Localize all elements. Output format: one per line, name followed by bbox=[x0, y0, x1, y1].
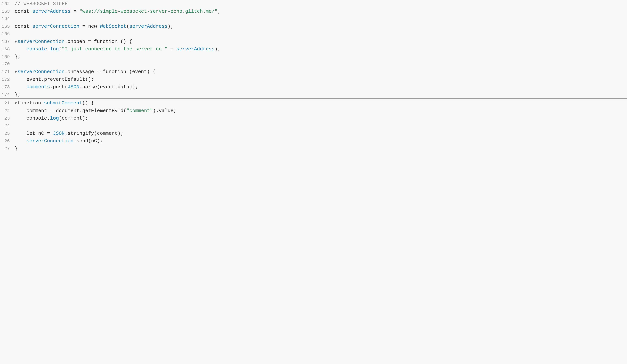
line-number: 163 bbox=[0, 8, 15, 15]
code-line: 23 console.log(comment); bbox=[0, 115, 627, 122]
line-content: event.preventDefault(); bbox=[15, 76, 94, 83]
code-line: 172 event.preventDefault(); bbox=[0, 76, 627, 83]
line-content: serverConnection.send(nC); bbox=[15, 137, 103, 145]
code-line: 173 comments.push(JSON.parse(event.data)… bbox=[0, 83, 627, 91]
fold-arrow-icon[interactable]: ▼ bbox=[15, 70, 17, 75]
line-number: 27 bbox=[0, 145, 15, 152]
line-content: ▼serverConnection.onopen = function () { bbox=[15, 38, 132, 46]
line-number: 21 bbox=[0, 100, 15, 107]
code-line: 26 serverConnection.send(nC); bbox=[0, 137, 627, 145]
code-line: 24 bbox=[0, 122, 627, 130]
code-line: 27} bbox=[0, 145, 627, 153]
line-number: 168 bbox=[0, 46, 15, 53]
line-content: ▼serverConnection.onmessage = function (… bbox=[15, 68, 156, 76]
code-line: 25 let nC = JSON.stringify(comment); bbox=[0, 130, 627, 137]
line-content: comments.push(JSON.parse(event.data)); bbox=[15, 83, 138, 91]
line-content: }; bbox=[15, 91, 21, 98]
editor-container: 162// WEBSOCKET STUFF163const serverAddr… bbox=[0, 0, 627, 364]
line-number: 24 bbox=[0, 122, 15, 129]
line-content: ▼function submitComment() { bbox=[15, 99, 94, 107]
code-line: 22 comment = document.getElementById("co… bbox=[0, 107, 627, 115]
line-content: let nC = JSON.stringify(comment); bbox=[15, 130, 123, 137]
fold-arrow-icon[interactable]: ▼ bbox=[15, 39, 17, 45]
code-line: 21▼function submitComment() { bbox=[0, 99, 627, 107]
code-line: 162// WEBSOCKET STUFF bbox=[0, 0, 627, 8]
code-line: 174}; bbox=[0, 91, 627, 98]
code-line: 171▼serverConnection.onmessage = functio… bbox=[0, 68, 627, 76]
line-number: 166 bbox=[0, 30, 15, 37]
code-line: 167▼serverConnection.onopen = function (… bbox=[0, 38, 627, 46]
fold-arrow-icon[interactable]: ▼ bbox=[15, 101, 17, 106]
code-line: 163const serverAddress = "wss://simple-w… bbox=[0, 8, 627, 15]
line-content: comment = document.getElementById("comme… bbox=[15, 107, 176, 115]
line-number: 26 bbox=[0, 137, 15, 144]
line-number: 25 bbox=[0, 130, 15, 137]
line-number: 162 bbox=[0, 0, 15, 7]
line-content: } bbox=[15, 145, 18, 153]
code-line: 170 bbox=[0, 60, 627, 68]
code-line: 169}; bbox=[0, 53, 627, 61]
line-content: }; bbox=[15, 53, 21, 61]
code-line: 165const serverConnection = new WebSocke… bbox=[0, 23, 627, 30]
line-content: console.log("I just connected to the ser… bbox=[15, 45, 220, 53]
code-line: 166 bbox=[0, 30, 627, 38]
code-line: 164 bbox=[0, 15, 627, 23]
line-number: 167 bbox=[0, 38, 15, 45]
top-panel: 162// WEBSOCKET STUFF163const serverAddr… bbox=[0, 0, 627, 99]
line-number: 170 bbox=[0, 60, 15, 68]
line-number: 165 bbox=[0, 23, 15, 30]
line-number: 23 bbox=[0, 115, 15, 122]
line-number: 172 bbox=[0, 76, 15, 83]
line-number: 164 bbox=[0, 15, 15, 22]
bottom-panel: 21▼function submitComment() {22 comment … bbox=[0, 99, 627, 364]
line-number: 22 bbox=[0, 107, 15, 114]
line-number: 169 bbox=[0, 53, 15, 60]
line-number: 174 bbox=[0, 91, 15, 98]
line-content: const serverAddress = "wss://simple-webs… bbox=[15, 8, 220, 15]
line-content: console.log(comment); bbox=[15, 115, 88, 122]
line-content: // WEBSOCKET STUFF bbox=[15, 0, 68, 8]
code-line: 168 console.log("I just connected to the… bbox=[0, 45, 627, 53]
line-number: 173 bbox=[0, 84, 15, 91]
line-content: const serverConnection = new WebSocket(s… bbox=[15, 23, 173, 30]
line-number: 171 bbox=[0, 68, 15, 75]
